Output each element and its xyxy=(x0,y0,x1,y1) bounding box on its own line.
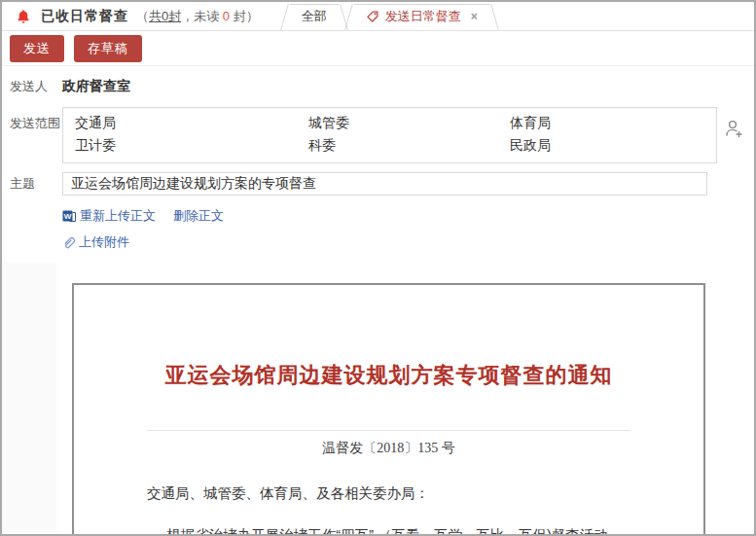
document-salutation: 交通局、城管委、体育局、及各相关委办局： xyxy=(147,473,632,515)
paperclip-icon xyxy=(62,235,76,249)
document-preview-area: 亚运会场馆周边建设规划方案专项督查的通知 温督发〔2018〕135 号 交通局、… xyxy=(2,263,754,534)
tag-icon xyxy=(366,10,379,23)
scope-item: 科委 xyxy=(308,135,510,156)
delete-body-link[interactable]: 删除正文 xyxy=(173,207,224,225)
scope-item: 交通局 xyxy=(75,113,308,133)
count-open: （ xyxy=(136,9,149,23)
subject-row: 主题 xyxy=(2,163,754,196)
sender-value: 政府督查室 xyxy=(62,78,130,95)
count-close: 封） xyxy=(230,9,259,23)
close-tab-icon[interactable]: × xyxy=(471,10,478,23)
page-title: 已收日常督查 xyxy=(41,8,128,25)
scope-label: 发送范围 xyxy=(10,107,62,132)
upload-attachment-label: 上传附件 xyxy=(79,233,129,251)
send-button[interactable]: 发送 xyxy=(10,35,64,62)
tab-edge xyxy=(354,4,489,5)
unread-count: 0 xyxy=(223,9,230,23)
svg-text:W: W xyxy=(64,212,72,221)
scope-item: 民政局 xyxy=(510,135,704,156)
upload-attachment-link[interactable]: 上传附件 xyxy=(62,233,129,251)
document-paragraph-line: 根据省治堵办开展治堵工作“四互” （互看、互学、互比、互促)督查活动 xyxy=(147,515,632,534)
scope-item: 体育局 xyxy=(510,113,704,133)
toolbar: 发送 存草稿 xyxy=(2,31,754,66)
header-left: 已收日常督查 （共0封，未读 0 封） xyxy=(2,2,259,30)
delete-body-label: 删除正文 xyxy=(173,207,224,225)
scope-item: 城管委 xyxy=(308,113,510,133)
scope-item: 卫计委 xyxy=(75,135,308,156)
count-mid: ，未读 xyxy=(181,9,223,23)
tab-bar: 全部 发送日常督查 × xyxy=(282,2,497,30)
tab-all[interactable]: 全部 xyxy=(282,2,346,30)
total-count-link[interactable]: 共0封 xyxy=(149,9,181,23)
save-draft-button[interactable]: 存草稿 xyxy=(74,35,142,62)
scope-row: 发送范围 交通局 城管委 体育局 卫计委 科委 民政局 xyxy=(2,101,754,163)
document-divider xyxy=(147,430,630,431)
tab-label: 全部 xyxy=(302,8,327,25)
tab-edge xyxy=(478,4,499,30)
tab-label: 发送日常督查 xyxy=(385,8,461,25)
preview-panel: 亚运会场馆周边建设规划方案专项督查的通知 温督发〔2018〕135 号 交通局、… xyxy=(56,263,754,534)
subject-input[interactable] xyxy=(62,172,707,196)
tab-send-daily-inspection[interactable]: 发送日常督查 × xyxy=(346,2,497,30)
tab-edge xyxy=(280,4,302,30)
add-recipient-icon[interactable] xyxy=(723,117,744,140)
mail-counts: （共0封，未读 0 封） xyxy=(136,8,259,25)
word-doc-icon: W xyxy=(62,209,76,223)
bell-icon xyxy=(16,9,31,24)
sender-row: 发送人 政府督查室 xyxy=(2,66,754,101)
document-page: 亚运会场馆周边建设规划方案专项督查的通知 温督发〔2018〕135 号 交通局、… xyxy=(72,283,705,534)
reupload-body-label: 重新上传正文 xyxy=(80,207,156,225)
sender-label: 发送人 xyxy=(10,78,62,95)
recipient-scope-box[interactable]: 交通局 城管委 体育局 卫计委 科委 民政局 xyxy=(62,107,717,163)
reupload-body-link[interactable]: W 重新上传正文 xyxy=(62,207,156,225)
header-bar: 已收日常督查 （共0封，未读 0 封） 全部 发送日常督查 × xyxy=(2,2,754,31)
body-links-row: W 重新上传正文 删除正文 xyxy=(2,196,754,225)
tab-edge xyxy=(344,4,366,30)
subject-label: 主题 xyxy=(10,175,62,193)
document-number: 温督发〔2018〕135 号 xyxy=(74,440,703,457)
document-title: 亚运会场馆周边建设规划方案专项督查的通知 xyxy=(74,361,703,390)
app-window: 已收日常督查 （共0封，未读 0 封） 全部 发送日常督查 × xyxy=(0,0,756,536)
document-body: 交通局、城管委、体育局、及各相关委办局： 根据省治堵办开展治堵工作“四互” （互… xyxy=(147,473,632,534)
attach-row: 上传附件 xyxy=(2,225,754,263)
